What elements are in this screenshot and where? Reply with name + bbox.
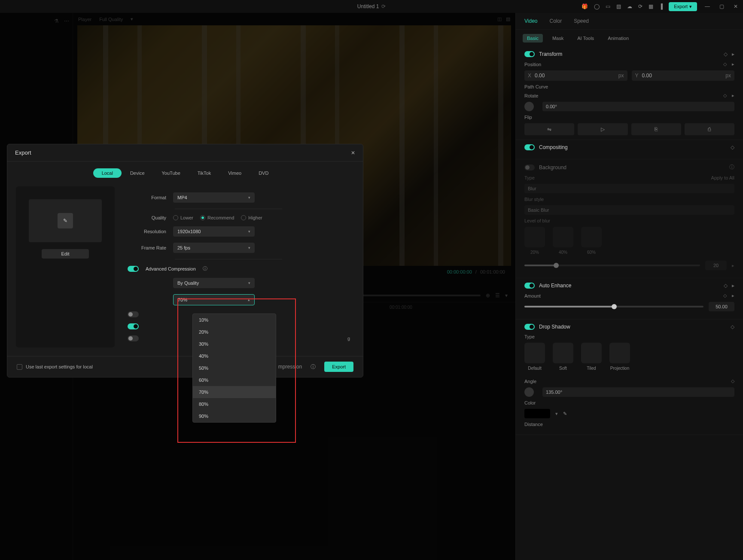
player-label[interactable]: Player (78, 17, 91, 22)
quality-percent-select[interactable]: 70%▴ (173, 294, 255, 305)
option-10[interactable]: 10% (193, 314, 276, 326)
advanced-compression-toggle[interactable] (128, 266, 139, 272)
tab-video[interactable]: Video (524, 18, 537, 24)
edit-thumbnail-button[interactable]: Edit (42, 249, 89, 259)
quality-lower-radio[interactable]: Lower (173, 215, 193, 220)
blur-level-2[interactable] (553, 227, 573, 247)
blur-slider[interactable] (524, 265, 700, 266)
flip-vertical-button[interactable]: ▷ (578, 123, 627, 135)
transform-toggle[interactable] (524, 51, 535, 57)
tab-vimeo[interactable]: Vimeo (219, 168, 250, 178)
subtab-aitools[interactable]: AI Tools (573, 34, 598, 43)
auto-enhance-toggle[interactable] (524, 283, 535, 289)
chevron-right-icon[interactable]: ▸ (732, 293, 734, 298)
option-50[interactable]: 50% (193, 362, 276, 374)
gift-icon[interactable]: 🎁 (582, 3, 588, 9)
filter-icon[interactable]: ⚗ (54, 18, 59, 24)
chevron-down-icon[interactable]: ▾ (505, 292, 508, 298)
layout-icon[interactable]: ☰ (495, 292, 500, 298)
tab-speed[interactable]: Speed (574, 18, 589, 24)
flip-horizontal-button[interactable]: ⇋ (524, 123, 574, 135)
image-icon[interactable]: ▧ (616, 3, 621, 9)
use-last-settings-checkbox[interactable]: Use last export settings for local (17, 364, 93, 370)
export-button[interactable]: Export ▾ (669, 2, 697, 11)
help-icon[interactable]: ⓘ (311, 363, 316, 371)
close-button[interactable]: ✕ (732, 3, 740, 9)
keyframe-icon[interactable]: ◇ (724, 51, 728, 57)
compare-icon[interactable]: ◫ (497, 16, 502, 22)
flip-copy-button[interactable]: ⎘ (631, 123, 681, 135)
chevron-down-icon[interactable]: ▾ (131, 16, 133, 22)
shadow-type-soft[interactable] (553, 343, 573, 363)
drop-shadow-toggle[interactable] (524, 324, 535, 330)
cloud-icon[interactable]: ⟳ (381, 3, 386, 9)
circle-icon[interactable]: ◯ (594, 3, 600, 9)
monitor-icon[interactable]: ▭ (606, 3, 610, 9)
subtab-animation[interactable]: Animation (603, 34, 633, 43)
close-icon[interactable]: ✕ (351, 150, 355, 156)
option-30[interactable]: 30% (193, 338, 276, 350)
flip-extra-button[interactable]: ⎙ (685, 123, 734, 135)
chevron-right-icon[interactable]: ▸ (732, 61, 734, 67)
resolution-select[interactable]: 1920x1080▾ (173, 226, 255, 237)
option-80[interactable]: 80% (193, 398, 276, 410)
angle-field[interactable]: 135.00° (542, 387, 734, 397)
row-toggle-1[interactable] (128, 311, 139, 317)
keyframe-icon[interactable]: ◇ (731, 324, 734, 330)
eyedropper-icon[interactable]: ✎ (563, 411, 567, 417)
keyframe-icon[interactable]: ◇ (731, 144, 734, 150)
row-toggle-2[interactable] (128, 323, 139, 329)
option-90[interactable]: 90% (193, 410, 276, 422)
chevron-right-icon[interactable]: ▸ (732, 93, 734, 98)
row-toggle-3[interactable] (128, 335, 139, 341)
tab-local[interactable]: Local (93, 168, 122, 178)
shadow-type-projection[interactable] (609, 343, 630, 363)
position-y-field[interactable]: Y0.00px (632, 70, 735, 81)
amount-value[interactable]: 50.00 (709, 302, 734, 311)
amount-slider[interactable] (524, 306, 703, 307)
color-swatch[interactable] (524, 409, 550, 418)
tab-dvd[interactable]: DVD (250, 168, 277, 178)
help-icon[interactable]: ⓘ (729, 164, 734, 171)
export-confirm-button[interactable]: Export (324, 362, 353, 372)
chevron-down-icon[interactable]: ▾ (555, 411, 558, 417)
subtab-mask[interactable]: Mask (548, 34, 568, 43)
grid-icon[interactable]: ▦ (649, 3, 653, 9)
cloud-upload-icon[interactable]: ☁ (627, 3, 632, 9)
position-x-field[interactable]: X0.00px (524, 70, 627, 81)
option-60[interactable]: 60% (193, 374, 276, 386)
chevron-right-icon[interactable]: ▸ (732, 283, 734, 289)
refresh-icon[interactable]: ⟳ (638, 3, 643, 9)
minimize-button[interactable]: — (703, 3, 712, 9)
option-70[interactable]: 70% (193, 386, 276, 398)
keyframe-icon[interactable]: ◇ (723, 93, 727, 98)
keyframe-icon[interactable]: ◇ (731, 378, 734, 384)
blur-style-select[interactable]: Basic Blur (524, 205, 734, 215)
background-toggle[interactable] (524, 164, 535, 170)
tab-color[interactable]: Color (549, 18, 562, 24)
shadow-type-tiled[interactable] (581, 343, 602, 363)
subtab-basic[interactable]: Basic (523, 34, 543, 43)
tab-device[interactable]: Device (122, 168, 153, 178)
chevron-right-icon[interactable]: ▸ (732, 263, 734, 268)
option-20[interactable]: 20% (193, 326, 276, 338)
more-icon[interactable]: ⋯ (64, 18, 69, 24)
tab-tiktok[interactable]: TikTok (189, 168, 219, 178)
blur-level-1[interactable] (524, 227, 545, 247)
compression-mode-select[interactable]: By Quality▾ (173, 278, 255, 288)
quality-recommend-radio[interactable]: Recommend (200, 215, 234, 220)
keyframe-icon[interactable]: ◇ (724, 283, 728, 289)
zoom-in-icon[interactable]: ⊕ (486, 292, 490, 298)
framerate-select[interactable]: 25 fps▾ (173, 243, 255, 253)
snapshot-icon[interactable]: ▧ (506, 16, 510, 22)
angle-knob[interactable] (524, 387, 534, 397)
rotate-knob[interactable] (524, 102, 534, 111)
shadow-type-default[interactable] (524, 343, 545, 363)
keyframe-icon[interactable]: ◇ (723, 293, 727, 298)
maximize-button[interactable]: ▢ (718, 3, 726, 9)
quality-label[interactable]: Full Quality (99, 17, 123, 22)
tab-youtube[interactable]: YouTube (153, 168, 189, 178)
flag-icon[interactable]: ▐ (659, 3, 663, 9)
option-40[interactable]: 40% (193, 350, 276, 362)
rotate-field[interactable]: 0.00° (542, 102, 734, 111)
